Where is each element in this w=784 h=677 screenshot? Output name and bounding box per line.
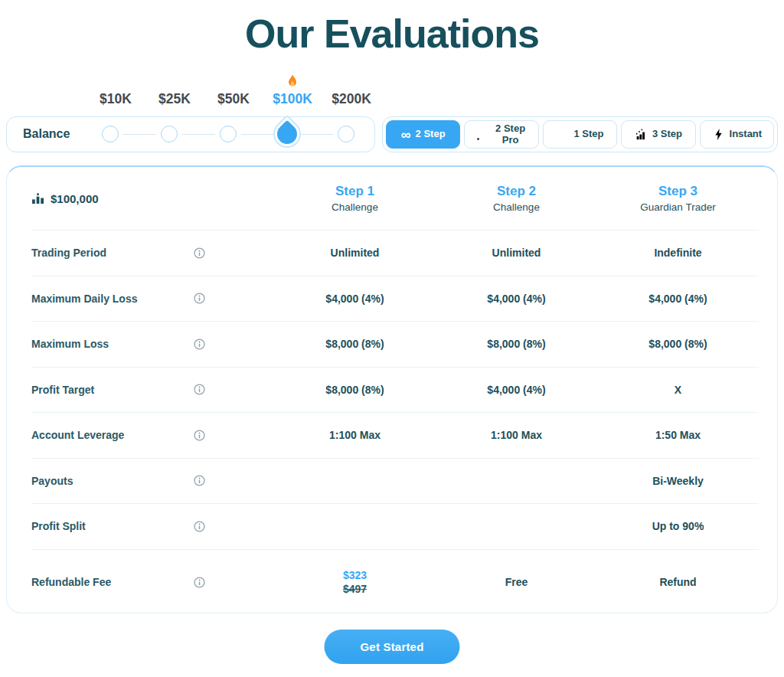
plan-tab-label: Instant (730, 129, 763, 140)
column-header-step-3: Step 3 Guardian Trader (597, 184, 759, 213)
flame-icon (286, 74, 299, 89)
table-row-profit-target: Profit Target $8,000 (8%) $4,000 (4%) X (31, 367, 759, 413)
column-subtitle: Guardian Trader (597, 201, 759, 213)
info-icon[interactable] (194, 430, 205, 441)
balance-option-label-200k[interactable]: $200K (332, 91, 371, 107)
table-header-row: $100,000 Step 1 Challenge Step 2 Challen… (31, 167, 759, 230)
table-row-profit-split: Profit Split Up to 90% (31, 503, 759, 549)
cell-trading-period-step3: Indefinite (597, 247, 759, 259)
cell-maximum-loss-step1: $8,000 (8%) (274, 338, 436, 350)
slider-connector (182, 134, 215, 136)
table-row-maximum-loss: Maximum Loss $8,000 (8%) $8,000 (8%) $8,… (31, 321, 759, 367)
balance-stop-25k[interactable] (161, 126, 178, 142)
row-label: Profit Target (31, 384, 194, 396)
cell-maximum-daily-loss-step2: $4,000 (4%) (436, 293, 597, 305)
cell-profit-split-step3: Up to 90% (597, 520, 759, 532)
balance-option-label-100k[interactable]: $100K (273, 91, 312, 107)
column-header-step-2: Step 2 Challenge (436, 184, 597, 213)
balance-labels: $10K$25K$50K$100K$200K (6, 91, 377, 111)
row-label: Refundable Fee (31, 576, 194, 588)
table-row-payouts: Payouts Bi-Weekly (31, 458, 759, 504)
growth-chart-icon (635, 129, 648, 140)
info-icon[interactable] (194, 475, 205, 486)
info-icon[interactable] (194, 384, 205, 395)
row-label: Trading Period (31, 247, 194, 259)
balance-stop-200k[interactable] (338, 126, 354, 142)
droplet-icon (273, 120, 302, 149)
table-row-refundable-fee: Refundable Fee $323$497 Free Refund (31, 549, 759, 615)
podium-chart-icon (31, 193, 44, 204)
balance-stop-10k[interactable] (102, 126, 119, 142)
cell-account-leverage-step3: 1:50 Max (597, 429, 759, 441)
plan-tab-1-step[interactable]: 1 Step (543, 120, 617, 149)
cell-account-leverage-step1: 1:100 Max (274, 429, 436, 441)
table-row-account-leverage: Account Leverage 1:100 Max 1:100 Max 1:5… (31, 412, 759, 458)
cell-refundable-fee-step2: Free (436, 576, 597, 588)
evaluations-page: Our Evaluations $10K$25K$50K$100K$200K B… (0, 0, 784, 677)
row-label: Profit Split (31, 520, 194, 532)
get-started-button[interactable]: Get Started (324, 630, 459, 664)
cell-maximum-daily-loss-step1: $4,000 (4%) (274, 293, 436, 305)
column-step-title: Step 1 (274, 184, 436, 199)
original-price-strikethrough: $497 (274, 583, 436, 595)
plan-tab-label: 1 Step (574, 129, 604, 140)
table-row-trading-period: Trading Period Unlimited Unlimited Indef… (31, 230, 759, 276)
cell-trading-period-step1: Unlimited (274, 247, 436, 259)
page-title: Our Evaluations (0, 11, 784, 57)
plan-tab-2-step-pro[interactable]: 2 Step Pro (464, 120, 538, 149)
evaluations-table: $100,000 Step 1 Challenge Step 2 Challen… (6, 165, 778, 613)
slider-connector (300, 134, 333, 136)
lightning-icon (712, 129, 725, 140)
balance-option-label-25k[interactable]: $25K (158, 91, 191, 107)
slider-connector (123, 134, 156, 136)
column-step-title: Step 2 (436, 184, 597, 199)
plan-tab-3-step[interactable]: 3 Step (621, 120, 695, 149)
double-chevron-right-icon (557, 129, 570, 140)
balance-stop-50k[interactable] (220, 126, 237, 142)
balance-option-label-10k[interactable]: $10K (100, 91, 132, 107)
row-label: Account Leverage (31, 429, 194, 441)
cell-maximum-daily-loss-step3: $4,000 (4%) (597, 293, 759, 305)
plan-tab-label: 2 Step (416, 129, 446, 140)
cell-payouts-step3: Bi-Weekly (597, 475, 759, 487)
balance-slider-track[interactable] (7, 117, 374, 152)
plan-tabs: ∞ 2 Step 2 Step Pro 1 Step 3 Step Instan… (382, 116, 778, 152)
account-size-cell: $100,000 (31, 192, 274, 205)
plan-tab-label: 2 Step Pro (489, 123, 532, 146)
cell-maximum-loss-step2: $8,000 (8%) (436, 338, 597, 350)
row-label: Maximum Daily Loss (31, 293, 194, 305)
balance-option-label-50k[interactable]: $50K (217, 91, 250, 107)
balance-slider: Balance (6, 116, 375, 152)
infinity-icon: ∞ (401, 128, 411, 142)
account-size-label: $100,000 (51, 192, 99, 205)
row-label: Maximum Loss (31, 338, 194, 350)
cell-trading-period-step2: Unlimited (436, 247, 597, 259)
discounted-price: $323 (274, 569, 436, 581)
cell-refundable-fee-step3: Refund (597, 576, 759, 588)
info-icon[interactable] (194, 521, 205, 532)
plan-tab-label: 3 Step (652, 129, 682, 140)
column-subtitle: Challenge (436, 201, 597, 213)
info-icon[interactable] (194, 247, 205, 259)
column-subtitle: Challenge (274, 201, 436, 213)
info-icon[interactable] (194, 577, 205, 588)
cell-account-leverage-step2: 1:100 Max (436, 429, 597, 441)
cell-profit-target-step2: $4,000 (4%) (436, 384, 597, 396)
table-row-maximum-daily-loss: Maximum Daily Loss $4,000 (4%) $4,000 (4… (31, 276, 759, 322)
cell-maximum-loss-step3: $8,000 (8%) (597, 338, 759, 350)
slider-connector (241, 134, 274, 136)
cell-profit-target-step1: $8,000 (8%) (274, 384, 436, 396)
row-label: Payouts (31, 475, 194, 487)
plan-tab-2-step[interactable]: ∞ 2 Step (386, 120, 460, 149)
plan-tab-instant[interactable]: Instant (700, 120, 774, 149)
rank-chevrons-icon (472, 129, 485, 140)
info-icon[interactable] (194, 338, 205, 350)
column-header-step-1: Step 1 Challenge (274, 184, 436, 213)
cell-refundable-fee-step1: $323$497 (274, 569, 436, 595)
balance-stop-100k-selected[interactable] (268, 115, 307, 154)
info-icon[interactable] (194, 293, 205, 304)
cell-profit-target-step3: X (597, 384, 759, 396)
column-step-title: Step 3 (597, 184, 759, 199)
